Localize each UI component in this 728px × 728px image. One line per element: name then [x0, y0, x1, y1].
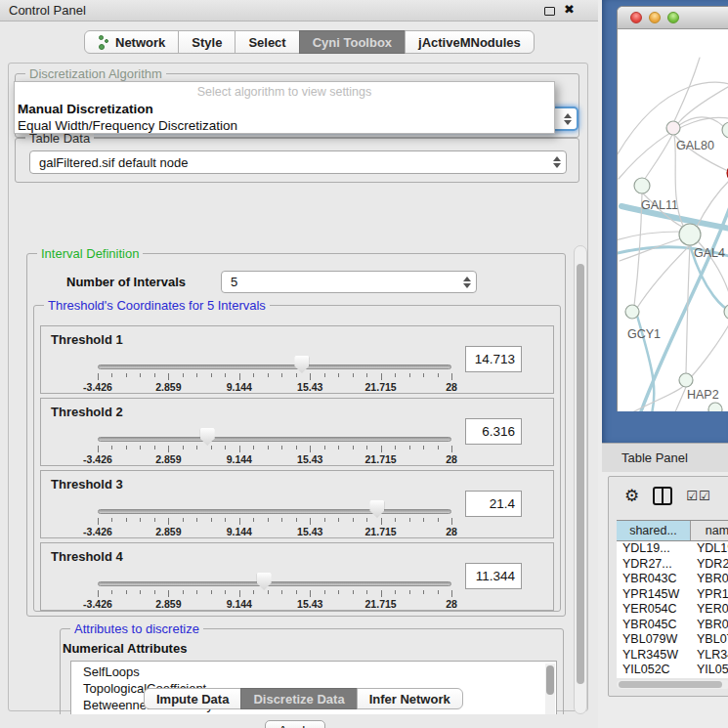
numerical-attributes-heading: Numerical Attributes	[63, 641, 187, 656]
tab-jactivemnodules[interactable]: jActiveMNodules	[405, 30, 535, 54]
table-row[interactable]: YDL19...YDL19...	[617, 541, 728, 557]
tab-impute-data-label: Impute Data	[156, 692, 229, 707]
columns-icon[interactable]	[653, 487, 672, 505]
table-cell: YBR045C	[617, 618, 691, 633]
tab-discretize-data[interactable]: Discretize Data	[240, 688, 357, 709]
threshold-3-box: Threshold 3-3.4262.8599.14415.4321.71528…	[40, 470, 554, 538]
table-row[interactable]: YBR045CYBR045C	[617, 618, 728, 633]
tab-cyni-toolbox[interactable]: Cyni Toolbox	[299, 30, 406, 54]
table-cell: YDL19...	[617, 541, 691, 557]
table-cell: YBL079W	[691, 632, 728, 648]
table-cell: YPR145W	[691, 587, 728, 603]
control-panel-title: Control Panel	[9, 3, 86, 18]
threshold-value-field[interactable]: 11.344	[465, 563, 522, 589]
slider-track[interactable]	[98, 509, 451, 514]
tab-jactivemnodules-label: jActiveMNodules	[418, 35, 521, 50]
network-node-gal80[interactable]	[666, 121, 680, 135]
table-cell: YIL052C	[691, 663, 728, 678]
slider-thumb[interactable]	[294, 356, 309, 373]
dropdown-item-manual-discretization[interactable]: Manual Discretization	[15, 101, 554, 117]
table-data-selected-value: galFiltered.sif default node	[39, 155, 188, 170]
attributes-group-title: Attributes to discretize	[70, 621, 203, 636]
number-of-intervals-select[interactable]: 5	[221, 271, 477, 293]
combo-arrows-icon	[463, 277, 471, 288]
network-window-titlebar[interactable]	[618, 7, 728, 29]
slider-track[interactable]	[98, 364, 451, 369]
network-canvas[interactable]: GAL80GACGAL11GAL4GCY1HHAP2	[618, 30, 728, 411]
close-traffic-light-icon[interactable]	[630, 12, 642, 23]
settings-vertical-scrollbar[interactable]	[574, 245, 587, 714]
dropdown-item-list: Manual DiscretizationEqual Width/Frequen…	[15, 101, 554, 134]
tab-impute-data[interactable]: Impute Data	[144, 688, 241, 709]
slider-thumb[interactable]	[200, 428, 215, 446]
number-of-intervals-label: Number of Intervals	[66, 275, 186, 289]
threshold-value-field[interactable]: 14.713	[465, 346, 522, 372]
table-row[interactable]: YER054CYER054C	[617, 602, 728, 618]
table-row[interactable]: YDR27...YDR27...	[617, 557, 728, 573]
minimize-traffic-light-icon[interactable]	[649, 12, 661, 23]
table-cell: YER054C	[617, 602, 691, 618]
settings-gear-icon[interactable]: ⚙	[624, 486, 639, 506]
table-cell: YBR043C	[617, 572, 691, 587]
table-cell: YPR145W	[617, 587, 691, 603]
table-data-select[interactable]: galFiltered.sif default node	[29, 150, 567, 174]
table-cell: YDL19...	[691, 541, 728, 557]
network-edge[interactable]	[674, 58, 700, 121]
network-edge[interactable]	[637, 245, 690, 308]
network-node-hap2[interactable]	[679, 373, 693, 387]
network-edge[interactable]	[670, 387, 686, 411]
slider-tick-labels: -3.4262.8599.14415.4321.71528	[98, 381, 451, 393]
table-row[interactable]: YBL079WYBL079W	[617, 632, 728, 648]
table-cell: YIL052C	[617, 663, 691, 678]
dropdown-hint: Select algorithm to view settings	[15, 84, 554, 101]
zoom-traffic-light-icon[interactable]	[667, 12, 679, 23]
table-cell: YBR045C	[691, 618, 728, 633]
network-node[interactable]	[708, 403, 722, 411]
apply-area: Apply	[9, 714, 587, 728]
close-icon[interactable]: ✖	[564, 2, 575, 17]
attribute-item-selfloops[interactable]: SelfLoops	[71, 664, 556, 680]
interval-definition-group-title: Interval Definition	[37, 246, 143, 261]
network-node-gal4[interactable]	[679, 224, 701, 245]
table-row[interactable]: YPR145WYPR145W	[617, 587, 728, 603]
table-cell: YLR345W	[617, 648, 691, 664]
node-table[interactable]: shared...name YDL19...YDL19...YDR27...YD…	[617, 520, 728, 678]
network-edge[interactable]	[692, 320, 728, 376]
checkbox-icons[interactable]: ☑☑	[686, 489, 710, 503]
tab-style[interactable]: Style	[178, 30, 236, 54]
tab-select-label: Select	[248, 35, 285, 50]
table-row[interactable]: YBR043CYBR043C	[617, 572, 728, 587]
table-data-group: Table Data galFiltered.sif default node	[15, 138, 579, 183]
number-of-intervals-value: 5	[231, 275, 237, 289]
table-panel-header: Table Panel	[602, 443, 728, 472]
table-cell: YLR345W	[691, 648, 728, 664]
attributes-scrollbar[interactable]	[545, 664, 555, 714]
column-header-name[interactable]: name	[691, 521, 728, 540]
tab-network[interactable]: Network	[84, 30, 179, 54]
column-header-shared[interactable]: shared...	[617, 521, 691, 540]
network-node-label: GAL4	[694, 246, 725, 260]
network-node-ga[interactable]	[722, 122, 728, 138]
network-node-gcy1[interactable]	[625, 305, 639, 319]
threshold-label: Threshold 1	[51, 332, 123, 347]
slider-tick-labels: -3.4262.8599.14415.4321.71528	[98, 598, 451, 610]
algorithm-dropdown-popup: Select algorithm to view settings Manual…	[14, 81, 555, 134]
interval-definition-group: Interval Definition Number of Intervals …	[26, 253, 566, 617]
slider-track[interactable]	[98, 581, 451, 586]
tab-network-label: Network	[115, 35, 165, 50]
slider-thumb[interactable]	[369, 500, 384, 518]
table-horizontal-scrollbar[interactable]	[617, 680, 728, 689]
apply-button[interactable]: Apply	[265, 720, 325, 728]
network-node-gal11[interactable]	[634, 178, 650, 193]
table-row[interactable]: YLR345WYLR345W	[617, 648, 728, 664]
float-window-icon[interactable]	[544, 7, 555, 16]
network-edge[interactable]	[618, 232, 680, 240]
threshold-value-field[interactable]: 6.316	[465, 418, 522, 445]
table-row[interactable]: YIL052CYIL052C	[617, 663, 728, 678]
slider-track[interactable]	[98, 437, 451, 442]
tab-infer-network[interactable]: Infer Network	[357, 688, 463, 709]
tab-select[interactable]: Select	[235, 30, 299, 54]
threshold-value-field[interactable]: 21.4	[465, 491, 522, 517]
dropdown-item-equal-width-frequency-discretization[interactable]: Equal Width/Frequency Discretization	[15, 117, 554, 134]
slider-thumb[interactable]	[257, 573, 272, 590]
